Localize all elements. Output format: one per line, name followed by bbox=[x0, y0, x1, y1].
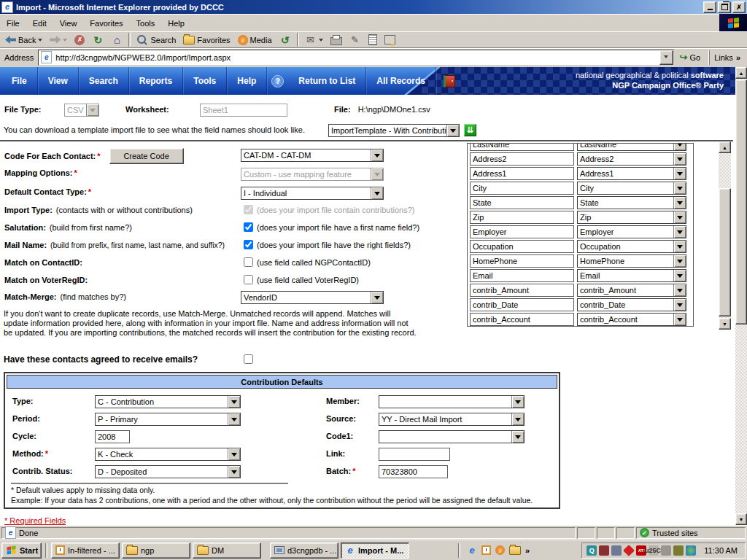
scrollbar-thumb[interactable] bbox=[719, 188, 731, 316]
dropdown-button[interactable] bbox=[446, 125, 459, 136]
mapping-select[interactable]: contrib_Amount bbox=[577, 284, 686, 297]
mapping-select[interactable]: LastName bbox=[577, 143, 686, 151]
menu-file[interactable]: File bbox=[0, 17, 26, 30]
stop-button[interactable] bbox=[71, 32, 88, 47]
scroll-up-button[interactable] bbox=[719, 141, 731, 153]
clock-quicklaunch-icon[interactable] bbox=[481, 545, 491, 555]
mapping-field-input[interactable] bbox=[470, 196, 574, 209]
nav-file[interactable]: File bbox=[1, 67, 38, 95]
mapping-select[interactable]: City bbox=[577, 182, 686, 195]
dropdown-button[interactable] bbox=[511, 431, 524, 443]
mail-name-checkbox[interactable] bbox=[244, 240, 253, 249]
nav-search[interactable]: Search bbox=[79, 67, 129, 95]
nav-help[interactable]: Help bbox=[227, 67, 267, 95]
dropdown-button[interactable] bbox=[228, 396, 240, 408]
dropdown-button[interactable] bbox=[511, 396, 524, 408]
refresh-button[interactable] bbox=[88, 32, 107, 47]
mapping-field-input[interactable] bbox=[470, 254, 574, 268]
tray-icon-globe[interactable] bbox=[686, 545, 696, 556]
scrollbar-thumb[interactable] bbox=[735, 79, 747, 324]
link-input[interactable] bbox=[379, 448, 450, 461]
task-d3cngpdb[interactable]: d3cngpdb - ... bbox=[270, 542, 338, 559]
mapping-select[interactable]: Occupation bbox=[577, 240, 686, 253]
mapping-field-input[interactable] bbox=[470, 269, 574, 282]
contrib-status-select[interactable]: D - Deposited bbox=[95, 465, 241, 478]
tray-icon-quicktime[interactable]: Q bbox=[587, 545, 597, 556]
minimize-button[interactable] bbox=[703, 1, 716, 13]
code1-select[interactable] bbox=[379, 430, 525, 443]
dropdown-button[interactable] bbox=[673, 299, 686, 311]
match-contactid-checkbox[interactable] bbox=[244, 257, 253, 267]
page-scrollbar[interactable] bbox=[735, 67, 747, 525]
ie-quicklaunch-icon[interactable] bbox=[467, 545, 477, 556]
match-voterregid-checkbox[interactable] bbox=[244, 275, 253, 284]
template-select[interactable]: ImportTemplate - With Contributions bbox=[328, 124, 460, 137]
menu-tools[interactable]: Tools bbox=[130, 17, 162, 30]
mapping-scrollbar[interactable] bbox=[719, 141, 731, 330]
tray-icon-2[interactable] bbox=[661, 545, 671, 556]
mapping-field-input[interactable] bbox=[470, 240, 574, 253]
mapping-select[interactable]: Employer bbox=[577, 225, 686, 238]
dropdown-button[interactable] bbox=[673, 241, 686, 252]
dropdown-button[interactable] bbox=[673, 211, 686, 223]
cycle-input[interactable] bbox=[95, 430, 130, 443]
dropdown-button[interactable] bbox=[673, 314, 686, 325]
document-button[interactable] bbox=[365, 32, 381, 47]
match-merge-select[interactable]: VendorID bbox=[241, 291, 384, 304]
tray-icon-network[interactable] bbox=[611, 545, 622, 556]
dropdown-button[interactable] bbox=[228, 448, 240, 460]
nav-all-records[interactable]: All Records bbox=[366, 67, 436, 95]
scroll-down-button[interactable] bbox=[719, 318, 731, 330]
tray-icon-diamond[interactable] bbox=[623, 545, 635, 556]
scroll-up-button[interactable] bbox=[735, 67, 747, 79]
home-button[interactable] bbox=[107, 32, 126, 47]
mapping-field-input[interactable] bbox=[470, 152, 574, 166]
tray-icon-volume[interactable]: \u25C4 bbox=[649, 545, 659, 556]
mapping-select[interactable]: Address2 bbox=[577, 152, 686, 166]
search-button[interactable]: Search bbox=[133, 32, 179, 47]
mapping-select[interactable]: contrib_Account bbox=[577, 313, 686, 326]
mail-button[interactable] bbox=[301, 32, 327, 47]
start-button[interactable]: Start bbox=[1, 542, 42, 559]
go-button[interactable]: Go bbox=[674, 50, 707, 65]
address-input[interactable] bbox=[54, 51, 659, 64]
method-select[interactable]: K - Check bbox=[95, 448, 241, 461]
scroll-down-button[interactable] bbox=[735, 513, 747, 525]
nav-reports[interactable]: Reports bbox=[129, 67, 183, 95]
discuss-button[interactable] bbox=[381, 32, 399, 47]
folder-quicklaunch-icon[interactable] bbox=[509, 546, 521, 555]
task-ngp-folder[interactable]: ngp bbox=[122, 542, 190, 559]
member-select[interactable] bbox=[379, 395, 525, 408]
mapping-select[interactable]: contrib_Date bbox=[577, 298, 686, 311]
edit-button[interactable] bbox=[346, 32, 365, 47]
nav-view[interactable]: View bbox=[38, 67, 79, 95]
mapping-field-input[interactable] bbox=[470, 313, 574, 326]
print-button[interactable] bbox=[327, 32, 346, 47]
batch-input[interactable] bbox=[379, 465, 448, 478]
menu-view[interactable]: View bbox=[53, 17, 84, 30]
mail-dropdown-arrow-icon[interactable] bbox=[319, 39, 323, 44]
links-button[interactable]: Links bbox=[709, 50, 745, 65]
help-icon[interactable]: ? bbox=[271, 75, 284, 88]
mapping-field-input[interactable] bbox=[470, 211, 574, 224]
dropdown-button[interactable] bbox=[673, 270, 686, 281]
mapping-field-input[interactable] bbox=[470, 284, 574, 297]
back-dropdown-arrow-icon[interactable] bbox=[38, 39, 42, 44]
tray-icon-scheduler[interactable] bbox=[673, 545, 684, 556]
nav-return-to-list[interactable]: Return to List bbox=[288, 67, 366, 95]
code-select[interactable]: CAT-DM - CAT-DM bbox=[241, 149, 384, 162]
close-button[interactable] bbox=[732, 1, 746, 13]
dropdown-button[interactable] bbox=[673, 168, 686, 179]
dropdown-button[interactable] bbox=[673, 284, 686, 296]
mapping-field-input[interactable] bbox=[470, 167, 574, 180]
dropdown-button[interactable] bbox=[673, 153, 686, 165]
salutation-checkbox[interactable] bbox=[244, 222, 253, 232]
dropdown-button[interactable] bbox=[511, 413, 524, 425]
type-select[interactable]: C - Contribution bbox=[95, 395, 241, 408]
task-in-filtered[interactable]: In-filtered - ... bbox=[51, 542, 120, 559]
task-import-active[interactable]: Import - M... bbox=[341, 542, 409, 559]
dropdown-button[interactable] bbox=[673, 143, 686, 150]
source-select[interactable]: YY - Direct Mail Import bbox=[379, 413, 525, 426]
mapping-field-input[interactable] bbox=[470, 182, 574, 195]
back-button[interactable]: Back bbox=[1, 32, 46, 47]
